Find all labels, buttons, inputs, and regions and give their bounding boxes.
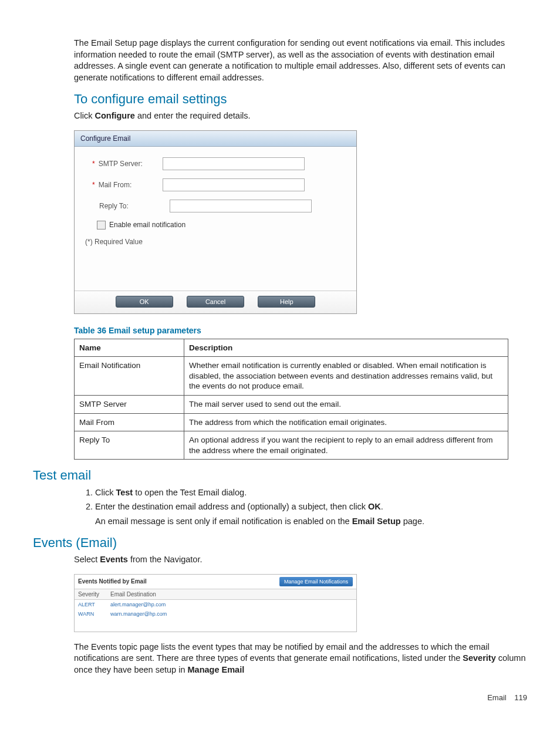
manage-email-notifications-button[interactable]: Manage Email Notifications [279,577,353,586]
table-row: Mail From The address from which the not… [75,413,508,431]
table-row: SMTP Server The mail server used to send… [75,396,508,414]
enable-email-label: Enable email notification [109,221,185,229]
intro-paragraph: The Email Setup page displays the curren… [74,38,527,83]
list-item: Enter the destination email address and … [95,501,527,527]
smtp-server-input[interactable] [163,157,305,170]
configure-instruction: Click Configure and enter the required d… [74,110,527,122]
table-caption: Table 36 Email setup parameters [74,326,527,335]
footer-page-number: 119 [514,693,527,702]
events-notified-screenshot: Events Notified by Email Manage Email No… [74,574,357,632]
help-button[interactable]: Help [258,296,315,308]
events-instruction: Select Events from the Navigator. [74,554,527,566]
dialog-title: Configure Email [75,131,356,147]
page-footer: Email 119 [33,693,527,702]
table-row: ALERT alert.manager@hp.com [75,600,356,609]
ok-button[interactable]: OK [116,296,173,308]
reply-to-label: Reply To: [99,202,129,210]
test-email-steps: Click Test to open the Test Email dialog… [87,487,527,527]
mail-from-label: Mail From: [99,181,132,189]
th-description: Description [184,339,508,357]
reply-to-input[interactable] [170,200,312,212]
list-item: Click Test to open the Test Email dialog… [95,487,527,498]
table-row: Email Notification Whether email notific… [75,357,508,396]
mail-from-input[interactable] [163,178,305,191]
configure-email-dialog-screenshot: Configure Email *SMTP Server: *Mail From… [74,130,527,314]
required-marker-icon: * [92,160,95,168]
required-marker-icon: * [92,181,95,189]
smtp-label: SMTP Server: [99,160,143,168]
events-panel-title: Events Notified by Email [78,578,279,585]
cancel-button[interactable]: Cancel [187,296,244,308]
th-name: Name [75,339,184,357]
heading-test-email: Test email [33,468,527,483]
heading-events-email: Events (Email) [33,535,527,551]
events-paragraph: The Events topic page lists the event ty… [74,642,527,676]
email-setup-params-table: Name Description Email Notification Whet… [74,339,508,460]
th-email-destination: Email Destination [110,591,156,598]
table-row: Reply To An optional address if you want… [75,431,508,460]
heading-configure: To configure email settings [74,92,527,107]
enable-email-checkbox[interactable] [97,221,106,229]
required-note: (*) Required Value [85,238,347,246]
table-row: WARN warn.manager@hp.com [75,609,356,619]
th-severity: Severity [78,591,110,598]
footer-section: Email [487,693,507,702]
